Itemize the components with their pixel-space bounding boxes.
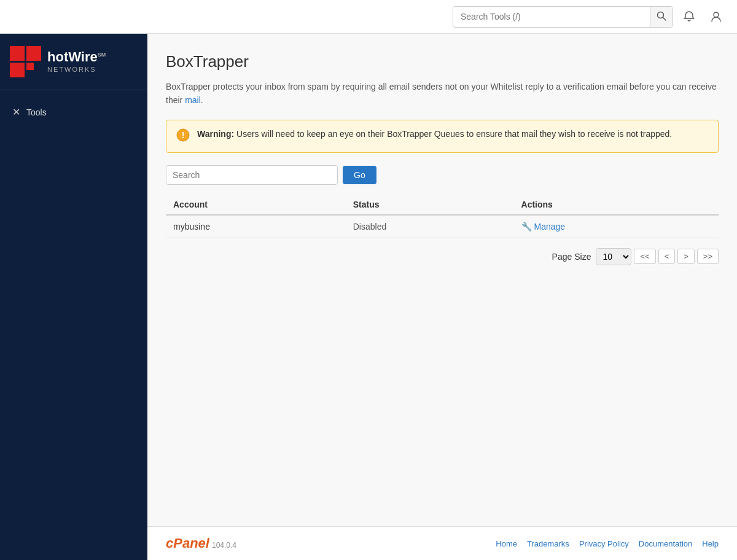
bell-icon — [683, 10, 695, 23]
logo-sq-br — [26, 63, 34, 70]
page-size-select[interactable]: 10 25 50 100 — [596, 248, 631, 265]
warning-label: Warning: — [197, 129, 234, 139]
main-layout: hotWireSM NETWORKS ✕ Tools BoxTra — [0, 34, 737, 560]
footer-documentation-link[interactable]: Documentation — [639, 539, 692, 548]
logo-graphic — [10, 46, 41, 77]
sidebar-logo: hotWireSM NETWORKS — [0, 34, 147, 90]
main-content: BoxTrapper BoxTrapper protects your inbo… — [147, 34, 737, 526]
search-tools-wrap — [453, 6, 673, 28]
accounts-table: Account Status Actions mybusine Disabled… — [166, 195, 719, 238]
search-tools-search-button[interactable] — [650, 7, 673, 27]
col-account: Account — [166, 195, 346, 215]
logo-sq-tr — [26, 46, 41, 61]
footer-links: Home Trademarks Privacy Policy Documenta… — [496, 539, 719, 548]
main-footer: cPanel 104.0.4 Home Trademarks Privacy P… — [147, 526, 737, 560]
cpanel-panel: Panel — [173, 535, 209, 551]
pagination-first-button[interactable]: << — [634, 249, 655, 264]
account-search-input[interactable] — [166, 165, 338, 185]
pagination-last-button[interactable]: >> — [697, 249, 719, 264]
logo-hotwire: hotWireSM — [47, 50, 106, 64]
warning-icon: ! — [176, 128, 190, 145]
logo-text: hotWireSM NETWORKS — [47, 50, 106, 73]
warning-box: ! Warning: Users will need to keep an ey… — [166, 120, 719, 153]
spacer — [166, 275, 719, 526]
table-header: Account Status Actions — [166, 195, 719, 215]
cpanel-text-styled: c — [166, 535, 173, 551]
logo-sq-bl — [10, 63, 25, 77]
search-icon — [657, 11, 666, 21]
manage-link[interactable]: 🔧 Manage — [521, 222, 711, 231]
logo-sq-tl — [10, 46, 25, 61]
user-button[interactable] — [705, 6, 727, 28]
pagination-prev-button[interactable]: < — [658, 249, 676, 264]
cpanel-version: 104.0.4 — [212, 541, 236, 550]
wrench-icon: 🔧 — [521, 222, 532, 231]
warning-text: Warning: Users will need to keep an eye … — [197, 128, 672, 141]
logo-networks-text: NETWORKS — [47, 66, 106, 73]
top-bar — [0, 0, 737, 34]
footer-help-link[interactable]: Help — [702, 539, 719, 548]
svg-text:!: ! — [182, 130, 185, 140]
cell-status: Disabled — [346, 215, 514, 238]
svg-point-2 — [714, 12, 719, 17]
mail-link[interactable]: mail — [185, 95, 201, 105]
sidebar-nav: ✕ Tools — [0, 90, 147, 134]
table-body: mybusine Disabled 🔧 Manage — [166, 215, 719, 238]
cell-account: mybusine — [166, 215, 346, 238]
notifications-button[interactable] — [678, 6, 700, 28]
search-row: Go — [166, 165, 719, 185]
page-description: BoxTrapper protects your inbox from spam… — [166, 80, 719, 107]
sidebar-tools-label: Tools — [26, 107, 47, 117]
footer-trademarks-link[interactable]: Trademarks — [527, 539, 569, 548]
page-size-label: Page Size — [552, 252, 591, 262]
sidebar: hotWireSM NETWORKS ✕ Tools — [0, 34, 147, 560]
table-header-row: Account Status Actions — [166, 195, 719, 215]
table-row: mybusine Disabled 🔧 Manage — [166, 215, 719, 238]
cell-actions: 🔧 Manage — [514, 215, 719, 238]
pagination-row: Page Size 10 25 50 100 << < > >> — [166, 238, 719, 275]
cpanel-brand-text: cPanel — [166, 535, 209, 551]
page-title: BoxTrapper — [166, 52, 719, 71]
footer-home-link[interactable]: Home — [496, 539, 517, 548]
manage-label: Manage — [534, 222, 566, 231]
warning-body: Users will need to keep an eye on their … — [236, 129, 672, 139]
content-column: BoxTrapper BoxTrapper protects your inbo… — [147, 34, 737, 560]
col-actions: Actions — [514, 195, 719, 215]
tools-icon: ✕ — [12, 106, 20, 118]
footer-privacy-link[interactable]: Privacy Policy — [579, 539, 629, 548]
svg-line-1 — [663, 17, 666, 20]
logo-container: hotWireSM NETWORKS — [10, 46, 138, 77]
app-wrapper: hotWireSM NETWORKS ✕ Tools BoxTra — [0, 0, 737, 560]
user-icon — [710, 10, 722, 23]
search-tools-input[interactable] — [453, 7, 650, 26]
col-status: Status — [346, 195, 514, 215]
go-button[interactable]: Go — [343, 166, 376, 184]
pagination-next-button[interactable]: > — [677, 249, 695, 264]
cpanel-logo: cPanel 104.0.4 — [166, 535, 236, 551]
sidebar-item-tools[interactable]: ✕ Tools — [0, 100, 147, 124]
